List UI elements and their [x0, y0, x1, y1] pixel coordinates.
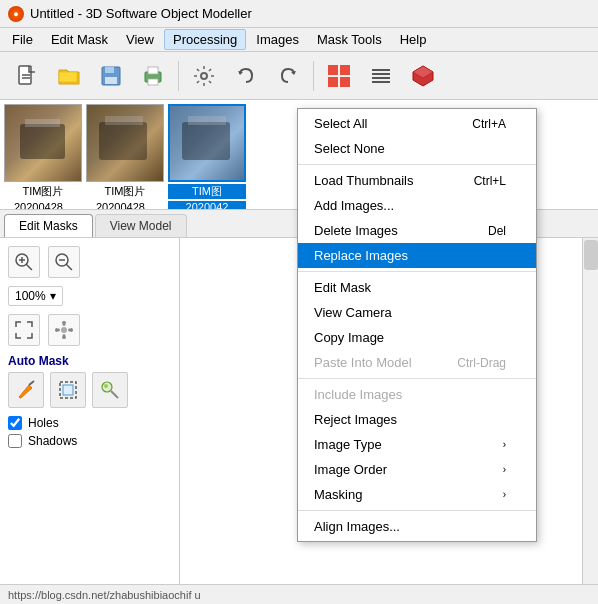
menu-bar: File Edit Mask View Processing Images Ma… — [0, 28, 598, 52]
shadows-checkbox[interactable] — [8, 434, 22, 448]
brush-tool[interactable] — [8, 372, 44, 408]
app-icon: ● — [8, 6, 24, 22]
menu-processing[interactable]: Processing — [164, 29, 246, 50]
svg-rect-12 — [328, 77, 338, 87]
toolbar — [0, 52, 598, 100]
thumb-1[interactable]: TIM图片 20200428... — [86, 104, 164, 210]
svg-rect-11 — [340, 65, 350, 75]
title-bar: ● Untitled - 3D Software Object Modeller — [0, 0, 598, 28]
zoom-out-btn[interactable] — [48, 246, 80, 278]
menu-file[interactable]: File — [4, 30, 41, 49]
new-btn[interactable] — [8, 57, 46, 95]
svg-point-27 — [61, 327, 67, 333]
grid-view-btn[interactable] — [320, 57, 358, 95]
menu-help[interactable]: Help — [392, 30, 435, 49]
zoom-level-row: 100% ▾ — [8, 286, 171, 306]
thumb-label-2: TIM图 — [168, 184, 246, 199]
left-panel: 100% ▾ — [0, 238, 180, 604]
sep1 — [178, 61, 179, 91]
svg-point-33 — [104, 384, 108, 388]
auto-mask-label: Auto Mask — [8, 354, 171, 368]
open-btn[interactable] — [50, 57, 88, 95]
rect-select-tool[interactable] — [50, 372, 86, 408]
thumb-sublabel-0: 20200428... — [4, 201, 82, 210]
svg-point-9 — [201, 73, 207, 79]
tab-bar: Edit Masks View Model — [0, 210, 598, 238]
svg-line-32 — [111, 391, 118, 398]
tab-edit-masks[interactable]: Edit Masks — [4, 214, 93, 237]
save-btn[interactable] — [92, 57, 130, 95]
mask-tools — [8, 372, 171, 408]
sep2 — [313, 61, 314, 91]
list-view-btn[interactable] — [362, 57, 400, 95]
svg-rect-4 — [105, 67, 114, 73]
magic-wand-tool[interactable] — [92, 372, 128, 408]
svg-rect-13 — [340, 77, 350, 87]
right-panel — [180, 238, 598, 604]
pan-btn[interactable] — [48, 314, 80, 346]
redo-btn[interactable] — [269, 57, 307, 95]
fit-btn[interactable] — [8, 314, 40, 346]
status-text: https://blog.csdn.net/zhabushibiaochif u — [8, 589, 201, 601]
menu-images[interactable]: Images — [248, 30, 307, 49]
svg-rect-10 — [328, 65, 338, 75]
svg-rect-30 — [63, 385, 73, 395]
undo-btn[interactable] — [227, 57, 265, 95]
holes-label: Holes — [28, 416, 59, 430]
thumb-label-0: TIM图片 — [4, 184, 82, 199]
zoom-tools — [8, 246, 171, 278]
svg-rect-7 — [148, 67, 158, 74]
image-strip: TIM图片 20200428... TIM图片 20200428... TIM图 — [0, 100, 598, 210]
zoom-dropdown-icon: ▾ — [50, 289, 56, 303]
3d-view-btn[interactable] — [404, 57, 442, 95]
thumb-sublabel-2: 2020042 — [168, 201, 246, 210]
zoom-level-text: 100% — [15, 289, 46, 303]
holes-checkbox-row: Holes — [8, 416, 171, 430]
print-btn[interactable] — [134, 57, 172, 95]
thumb-label-1: TIM图片 — [86, 184, 164, 199]
settings-btn[interactable] — [185, 57, 223, 95]
title-text: Untitled - 3D Software Object Modeller — [30, 6, 252, 21]
svg-line-26 — [66, 264, 72, 270]
thumb-sublabel-1: 20200428... — [86, 201, 164, 210]
menu-editmask[interactable]: Edit Mask — [43, 30, 116, 49]
thumb-0[interactable]: TIM图片 20200428... — [4, 104, 82, 210]
svg-rect-5 — [105, 77, 117, 84]
thumb-2[interactable]: TIM图 2020042 — [168, 104, 246, 210]
svg-line-28 — [29, 381, 34, 385]
status-bar: https://blog.csdn.net/zhabushibiaochif u — [0, 584, 598, 604]
tab-view-model[interactable]: View Model — [95, 214, 187, 237]
zoom-in-btn[interactable] — [8, 246, 40, 278]
shadows-checkbox-row: Shadows — [8, 434, 171, 448]
shadows-label: Shadows — [28, 434, 77, 448]
zoom-select[interactable]: 100% ▾ — [8, 286, 63, 306]
menu-view[interactable]: View — [118, 30, 162, 49]
main-area: 100% ▾ — [0, 238, 598, 604]
svg-line-23 — [26, 264, 32, 270]
holes-checkbox[interactable] — [8, 416, 22, 430]
menu-masktools[interactable]: Mask Tools — [309, 30, 390, 49]
svg-rect-8 — [148, 79, 158, 85]
right-scrollbar[interactable] — [582, 238, 598, 604]
move-tools — [8, 314, 171, 346]
